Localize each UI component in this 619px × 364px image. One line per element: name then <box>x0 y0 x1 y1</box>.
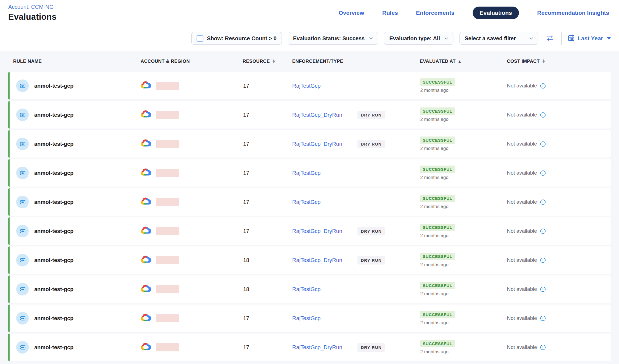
rule-code-icon <box>16 196 29 208</box>
tab-rules[interactable]: Rules <box>382 10 398 16</box>
info-icon[interactable] <box>540 345 546 350</box>
sliders-icon <box>546 34 554 43</box>
rule-name: anmol-test-gcp <box>34 315 73 322</box>
enforcement-link[interactable]: RajTestGcp <box>292 170 320 176</box>
column-evaluated-at[interactable]: EVALUATED AT ▲ <box>415 59 502 64</box>
table-row[interactable]: anmol-test-gcp <box>8 334 611 361</box>
dry-run-badge: DRY RUN <box>357 140 385 148</box>
account-region-cell <box>141 168 237 178</box>
chevron-down-icon <box>369 37 373 40</box>
cost-impact-cell: Not available <box>502 112 611 118</box>
table-row[interactable]: anmol-test-gcp <box>8 217 611 245</box>
table-row[interactable]: anmol-test-gcp <box>8 159 611 187</box>
account-redacted <box>156 343 179 351</box>
resource-count: 18 <box>237 257 287 263</box>
evaluated-cell: SUCCESSFUL 2 months ago <box>415 107 502 122</box>
resource-count-checkbox[interactable] <box>197 35 203 42</box>
gcp-cloud-icon <box>141 81 152 91</box>
enforcement-link[interactable]: RajTestGcp <box>292 199 320 205</box>
enforcement-link[interactable]: RajTestGcp <box>292 83 320 89</box>
resource-count-filter[interactable]: Show: Resource Count > 0 <box>191 32 282 45</box>
info-icon[interactable] <box>540 228 546 234</box>
rule-cell: anmol-test-gcp <box>10 225 141 237</box>
table-row[interactable]: anmol-test-gcp <box>8 188 611 216</box>
dry-run-badge: DRY RUN <box>357 227 385 235</box>
table-row[interactable]: anmol-test-gcp <box>8 305 611 332</box>
saved-filter-dropdown[interactable]: Select a saved filter <box>459 32 538 45</box>
tab-overview[interactable]: Overview <box>339 10 364 16</box>
tab-enforcements[interactable]: Enforcements <box>416 10 455 16</box>
rule-code-icon <box>16 109 29 121</box>
resource-count: 17 <box>237 344 287 351</box>
enforcement-link[interactable]: RajTestGcp <box>292 315 320 322</box>
column-resource[interactable]: RESOURCE ▲▼ <box>237 59 287 64</box>
sort-icon[interactable]: ▲▼ <box>543 59 545 63</box>
rule-cell: anmol-test-gcp <box>10 341 141 354</box>
enforcement-link[interactable]: RajTestGcp_DryRun <box>292 344 342 351</box>
table-row[interactable]: anmol-test-gcp <box>8 246 611 274</box>
account-redacted <box>156 285 179 293</box>
tab-evaluations[interactable]: Evaluations <box>473 7 519 19</box>
resource-count: 18 <box>237 286 287 292</box>
account-redacted <box>156 140 179 148</box>
sort-asc-icon[interactable]: ▲ <box>458 59 461 63</box>
info-icon[interactable] <box>540 315 546 321</box>
info-icon[interactable] <box>540 286 546 292</box>
rule-name: anmol-test-gcp <box>34 141 73 147</box>
title-block: Account: CCM-NG Evaluations <box>8 4 56 22</box>
enforcement-link[interactable]: RajTestGcp <box>292 286 320 292</box>
evaluated-time: 2 months ago <box>420 291 448 297</box>
cost-impact-value: Not available <box>507 315 537 321</box>
evaluation-status-dropdown[interactable]: Evaluation Status: Success <box>288 32 378 45</box>
column-cost-impact[interactable]: COST IMPACT ▲▼ <box>502 59 611 64</box>
rule-code-icon <box>16 341 29 354</box>
column-account-region: ACCOUNT & REGION <box>141 59 237 64</box>
rule-name: anmol-test-gcp <box>34 228 73 234</box>
calendar-icon <box>568 34 575 43</box>
info-icon[interactable] <box>540 83 546 89</box>
table-row[interactable]: anmol-test-gcp <box>8 130 611 158</box>
info-icon[interactable] <box>540 170 546 176</box>
account-redacted <box>156 169 179 177</box>
info-icon[interactable] <box>540 141 546 147</box>
rule-cell: anmol-test-gcp <box>10 109 141 121</box>
cost-impact-cell: Not available <box>502 286 611 292</box>
enforcement-cell: RajTestGcp <box>287 315 415 322</box>
gcp-cloud-icon <box>141 110 152 120</box>
enforcement-link[interactable]: RajTestGcp_DryRun <box>292 112 342 118</box>
table-row[interactable]: anmol-test-gcp <box>8 275 611 303</box>
status-badge: SUCCESSFUL <box>420 166 455 173</box>
cost-impact-value: Not available <box>507 228 537 234</box>
rule-cell: anmol-test-gcp <box>10 196 141 208</box>
evaluated-time: 2 months ago <box>420 204 448 209</box>
resource-count: 17 <box>237 315 287 322</box>
cost-impact-cell: Not available <box>502 315 611 321</box>
account-region-cell <box>141 313 237 323</box>
date-range-picker[interactable]: Last Year <box>568 34 611 43</box>
evaluation-type-dropdown[interactable]: Evaluation type: All <box>384 32 453 45</box>
info-icon[interactable] <box>540 112 546 118</box>
filter-panel-button[interactable] <box>544 33 555 44</box>
rule-code-icon <box>16 79 29 92</box>
breadcrumb[interactable]: Account: CCM-NG <box>8 4 56 10</box>
rule-name: anmol-test-gcp <box>34 112 73 118</box>
table-row[interactable]: anmol-test-gcp <box>8 101 611 129</box>
table-row[interactable]: anmol-test-gcp <box>8 72 611 99</box>
gcp-cloud-icon <box>141 313 152 323</box>
enforcement-link[interactable]: RajTestGcp_DryRun <box>292 141 342 147</box>
gcp-cloud-icon <box>141 255 152 265</box>
cost-impact-value: Not available <box>507 170 537 176</box>
enforcement-link[interactable]: RajTestGcp_DryRun <box>292 228 342 234</box>
tab-recommendation-insights[interactable]: Recommendation Insights <box>537 10 609 16</box>
enforcement-link[interactable]: RajTestGcp_DryRun <box>292 257 342 263</box>
rule-code-icon <box>16 254 29 266</box>
info-icon[interactable] <box>540 257 546 263</box>
dry-run-badge: DRY RUN <box>357 343 385 352</box>
sort-icon[interactable]: ▲▼ <box>272 59 275 63</box>
enforcement-cell: RajTestGcp_DryRun DRY RUN <box>287 227 415 235</box>
rule-cell: anmol-test-gcp <box>10 254 141 266</box>
caret-down-icon <box>607 37 611 39</box>
gcp-cloud-icon <box>141 284 152 294</box>
cost-impact-cell: Not available <box>502 170 611 176</box>
info-icon[interactable] <box>540 199 546 205</box>
